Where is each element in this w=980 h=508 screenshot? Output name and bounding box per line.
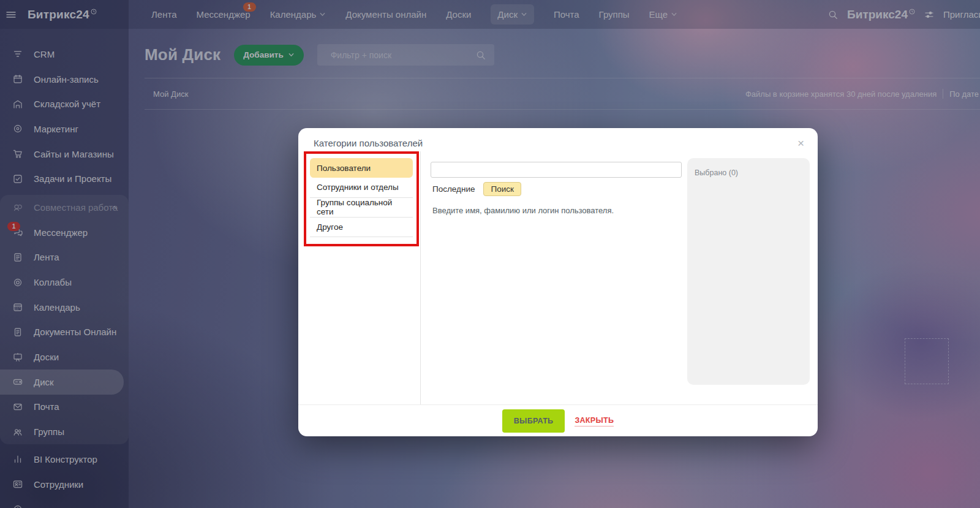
- select-button[interactable]: ВЫБРАТЬ: [502, 409, 565, 433]
- category-item-3[interactable]: Группы социальной сети: [310, 198, 413, 218]
- user-search-input[interactable]: [431, 162, 682, 178]
- vertical-divider: [420, 151, 421, 404]
- close-icon[interactable]: ×: [795, 135, 807, 151]
- selected-panel: Выбрано (0): [687, 158, 810, 385]
- modal-title: Категории пользователей: [314, 138, 423, 148]
- category-list: ПользователиСотрудники и отделыГруппы со…: [310, 158, 413, 237]
- modal-footer: ВЫБРАТЬ ЗАКРЫТЬ: [298, 404, 818, 437]
- close-button[interactable]: ЗАКРЫТЬ: [575, 416, 614, 426]
- search-tabs: ПоследниеПоиск: [432, 182, 521, 196]
- category-item-1[interactable]: Пользователи: [310, 158, 413, 178]
- category-item-2[interactable]: Сотрудники и отделы: [310, 178, 413, 197]
- search-hint: Введите имя, фамилию или логин пользоват…: [432, 206, 614, 215]
- category-item-4[interactable]: Другое: [310, 218, 413, 237]
- search-tab-1[interactable]: Последние: [432, 182, 475, 196]
- search-tab-2[interactable]: Поиск: [483, 182, 521, 196]
- user-categories-modal: Категории пользователей × ПользователиСо…: [298, 128, 818, 436]
- selected-count-label: Выбрано (0): [695, 169, 738, 177]
